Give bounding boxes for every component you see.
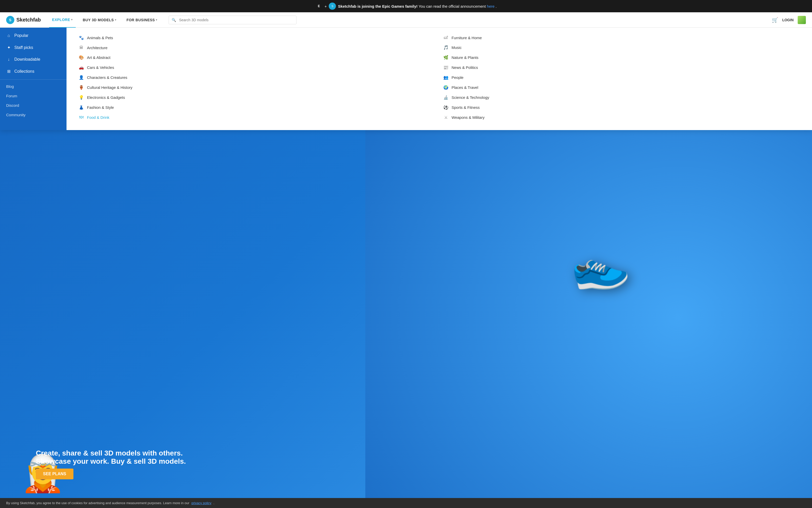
dropdown-sidebar: ⌂ Popular ✦ Staff picks ↓ Downloadable ⊞… [0, 28, 66, 130]
cars-icon: 🚗 [79, 65, 84, 70]
announcement-text: Sketchfab is joining the Epic Games fami… [338, 4, 496, 8]
category-news[interactable]: 📰 News & Politics [439, 62, 804, 73]
category-electronics[interactable]: 💡 Electronics & Gadgets [75, 92, 439, 102]
search-bar: 🔍 [169, 15, 296, 24]
category-people[interactable]: 👥 People [439, 73, 804, 82]
category-characters[interactable]: 👤 Characters & Creatures [75, 73, 439, 82]
dropdown-categories: 🐾 Animals & Pets 🏛 Architecture 🎨 Art & … [66, 28, 812, 130]
electronics-icon: 💡 [79, 95, 84, 100]
see-plans-button[interactable]: SEE PLANS [36, 469, 74, 479]
places-icon: 🌍 [443, 85, 448, 90]
sidebar-link-community[interactable]: Community [0, 110, 66, 120]
logo[interactable]: S Sketchfab [6, 16, 41, 24]
fashion-icon: 👗 [79, 105, 84, 110]
sidebar-separator [0, 79, 66, 80]
category-science[interactable]: 🔬 Science & Technology [439, 92, 804, 102]
search-input[interactable] [169, 15, 296, 24]
chevron-down-icon: ▾ [115, 18, 116, 21]
category-architecture[interactable]: 🏛 Architecture [75, 43, 439, 52]
sidebar-link-discord[interactable]: Discord [0, 101, 66, 110]
food-icon: 🍽 [79, 115, 84, 120]
hero-shoe-image: 👟 [564, 232, 633, 300]
cookie-text: By using Sketchfab, you agree to the use… [6, 501, 189, 505]
category-cars[interactable]: 🚗 Cars & Vehicles [75, 62, 439, 73]
logo-icon: S [6, 16, 14, 24]
category-animals[interactable]: 🐾 Animals & Pets [75, 33, 439, 43]
main-content: 👟 🧝 Create, share & sell 3D models with … [0, 28, 812, 508]
nav-item-buy[interactable]: BUY 3D MODELS ▾ [80, 12, 120, 28]
announcement-link[interactable]: here [487, 4, 494, 8]
category-weapons[interactable]: ⚔ Weapons & Military [439, 113, 804, 122]
navbar: S Sketchfab EXPLORE ▾ BUY 3D MODELS ▾ FO… [0, 12, 812, 28]
category-sports[interactable]: ⚽ Sports & Fitness [439, 102, 804, 113]
category-food[interactable]: 🍽 Food & Drink [75, 113, 439, 122]
category-music[interactable]: 🎵 Music [439, 43, 804, 52]
categories-right-col: 🛋 Furniture & Home 🎵 Music 🌿 Nature & Pl… [439, 33, 804, 122]
nav-item-explore[interactable]: EXPLORE ▾ [49, 12, 76, 28]
architecture-icon: 🏛 [79, 45, 84, 50]
category-places[interactable]: 🌍 Places & Travel [439, 82, 804, 92]
cultural-icon: 🏺 [79, 85, 84, 90]
cookie-bar: By using Sketchfab, you agree to the use… [0, 498, 812, 508]
sidebar-link-blog[interactable]: Blog [0, 82, 66, 91]
furniture-icon: 🛋 [443, 35, 448, 40]
nav-right: 🛒 LOGIN [772, 16, 806, 24]
login-button[interactable]: LOGIN [782, 18, 794, 22]
announcement-bar: E + S Sketchfab is joining the Epic Game… [0, 0, 812, 12]
art-icon: 🎨 [79, 55, 84, 60]
hero-text: Create, share & sell 3D models with othe… [36, 449, 189, 479]
grid-icon: ⊞ [6, 69, 11, 74]
categories-left-col: 🐾 Animals & Pets 🏛 Architecture 🎨 Art & … [75, 33, 439, 122]
announcement-plus: + [325, 4, 327, 8]
category-cultural[interactable]: 🏺 Cultural Heritage & History [75, 82, 439, 92]
chevron-down-icon: ▾ [156, 18, 157, 21]
nav-item-business[interactable]: FOR BUSINESS ▾ [123, 12, 160, 28]
category-fashion[interactable]: 👗 Fashion & Style [75, 102, 439, 113]
explore-dropdown: ⌂ Popular ✦ Staff picks ↓ Downloadable ⊞… [0, 28, 812, 130]
nature-icon: 🌿 [443, 55, 448, 60]
sidebar-link-forum[interactable]: Forum [0, 91, 66, 101]
home-icon: ⌂ [6, 33, 11, 38]
characters-icon: 👤 [79, 75, 84, 80]
epic-games-icon: E [316, 3, 323, 10]
search-icon: 🔍 [172, 18, 176, 22]
category-nature[interactable]: 🌿 Nature & Plants [439, 52, 804, 62]
sports-icon: ⚽ [443, 105, 448, 110]
hero-description: Create, share & sell 3D models with othe… [36, 449, 189, 465]
logo-text: Sketchfab [16, 17, 41, 23]
category-art[interactable]: 🎨 Art & Abstract [75, 52, 439, 62]
music-icon: 🎵 [443, 45, 448, 50]
people-icon: 👥 [443, 75, 448, 80]
category-furniture[interactable]: 🛋 Furniture & Home [439, 33, 804, 43]
privacy-policy-link[interactable]: privacy policy [191, 501, 211, 505]
download-icon: ↓ [6, 57, 11, 62]
sidebar-item-popular[interactable]: ⌂ Popular [0, 30, 66, 41]
chevron-down-icon: ▾ [71, 18, 73, 21]
star-icon: ✦ [6, 45, 11, 50]
animals-icon: 🐾 [79, 35, 84, 40]
avatar[interactable] [798, 16, 806, 24]
news-icon: 📰 [443, 65, 448, 70]
sketchfab-icon: S [329, 3, 336, 10]
sidebar-item-downloadable[interactable]: ↓ Downloadable [0, 53, 66, 65]
science-icon: 🔬 [443, 95, 448, 100]
sidebar-item-collections[interactable]: ⊞ Collections [0, 65, 66, 77]
sidebar-item-staff-picks[interactable]: ✦ Staff picks [0, 41, 66, 53]
cart-button[interactable]: 🛒 [772, 17, 778, 23]
weapons-icon: ⚔ [443, 115, 448, 120]
